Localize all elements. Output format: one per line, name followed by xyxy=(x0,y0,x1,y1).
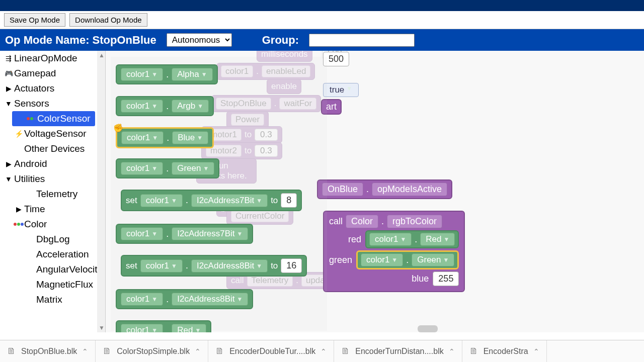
rgbtocolor-block[interactable]: call Color . rgbToColor red color1▼ . Re… xyxy=(323,211,465,292)
block-i2caddress8bit[interactable]: color1 ▼.I2cAddress8Bit ▼ xyxy=(116,289,253,309)
scroll-down-icon[interactable]: ▼ xyxy=(99,324,105,331)
sidebar-item-label: DbgLog xyxy=(36,234,70,245)
sidebar-item-angularvelocity[interactable]: AngularVelocity xyxy=(0,262,105,277)
sidebar-item-label: Telemetry xyxy=(36,189,77,200)
var-dropdown[interactable]: color1 ▼ xyxy=(121,68,163,81)
prop-dropdown[interactable]: Blue ▼ xyxy=(172,131,208,144)
prop-dropdown[interactable]: Green ▼ xyxy=(172,162,214,175)
sidebar-item-magneticflux[interactable]: MagneticFlux xyxy=(0,277,105,292)
sidebar-scrollbar[interactable]: ▲ ▼ xyxy=(97,51,105,332)
sidebar-item-acceleration[interactable]: Acceleration xyxy=(0,247,105,262)
sidebar-item-label: Gamepad xyxy=(14,68,56,79)
sidebar-item-linearopmode[interactable]: ⇶LinearOpMode xyxy=(0,51,105,66)
toolbar: Save Op Mode Download Op Mode xyxy=(0,11,644,29)
prop-dropdown[interactable]: I2cAddress7Bit ▼ xyxy=(172,227,248,240)
prop-dropdown[interactable]: Alpha ▼ xyxy=(172,68,212,81)
sidebar-item-other devices[interactable]: Other Devices xyxy=(0,141,105,156)
rgb-icon xyxy=(26,117,37,120)
sequence-icon: ⇶ xyxy=(3,54,14,62)
sidebar-item-label: Acceleration xyxy=(36,249,89,260)
expand-icon xyxy=(3,160,14,168)
block-red[interactable]: color1 ▼.Red ▼ xyxy=(116,320,211,332)
prop-dropdown[interactable]: I2cAddress7Bit ▼ xyxy=(191,194,268,207)
blue-value-input[interactable]: 255 xyxy=(433,272,459,286)
group-input[interactable] xyxy=(309,34,415,47)
sidebar-item-colorsensor[interactable]: ColorSensor xyxy=(12,111,95,126)
prop-dropdown[interactable]: I2cAddress8Bit ▼ xyxy=(191,259,268,273)
sidebar-item-label: AngularVelocity xyxy=(36,264,102,275)
block-set-i2caddress7bit[interactable]: setcolor1 ▼.I2cAddress7Bit ▼to8 xyxy=(121,190,302,211)
blockly-canvas[interactable]: milliseconds 500 color1 . enableLed enab… xyxy=(106,51,644,332)
sidebar-item-label: Sensors xyxy=(14,98,49,109)
rgb-icon xyxy=(13,223,24,226)
sidebar-item-label: Time xyxy=(24,204,45,215)
value-input[interactable]: 16 xyxy=(281,258,302,273)
block-argb[interactable]: color1 ▼.Argb ▼ xyxy=(116,96,214,116)
prop-dropdown[interactable]: Red ▼ xyxy=(172,324,206,332)
toolbox-flyout: color1 ▼.Alpha ▼color1 ▼.Argb ▼color1 ▼.… xyxy=(111,57,327,331)
block-alpha[interactable]: color1 ▼.Alpha ▼ xyxy=(116,64,218,84)
sidebar-item-time[interactable]: Time xyxy=(0,202,105,217)
sidebar-item-label: LinearOpMode xyxy=(14,53,77,64)
download-button[interactable]: Download Op Mode xyxy=(69,13,147,27)
sidebar-item-label: Color xyxy=(24,219,47,230)
sidebar-item-dbglog[interactable]: DbgLog xyxy=(0,232,105,247)
group-label: Group: xyxy=(262,34,299,47)
var-dropdown[interactable]: color1 ▼ xyxy=(121,324,163,332)
sidebar-item-actuators[interactable]: Actuators xyxy=(0,81,105,96)
expand-icon xyxy=(13,205,24,213)
opmodeisactive-block[interactable]: OnBlue . opModeIsActive xyxy=(317,179,452,199)
var-dropdown[interactable]: color1 ▼ xyxy=(121,131,164,144)
collapse-icon xyxy=(3,100,14,108)
canvas-scrollbar-h[interactable] xyxy=(418,325,438,332)
var-dropdown[interactable]: color1 ▼ xyxy=(121,227,163,240)
sidebar-item-voltagesensor[interactable]: ⚡VoltageSensor xyxy=(0,126,105,141)
collapse-icon xyxy=(3,175,14,183)
prop-dropdown[interactable]: Argb ▼ xyxy=(172,100,209,113)
sidebar-item-utilities[interactable]: Utilities xyxy=(0,171,105,187)
var-dropdown[interactable]: color1 ▼ xyxy=(121,162,163,175)
sidebar-item-label: MagneticFlux xyxy=(36,279,93,290)
scroll-up-icon[interactable]: ▲ xyxy=(99,52,105,59)
opmode-bar: Op Mode Name: StopOnBlue Autonomous Grou… xyxy=(0,29,644,51)
red-slot-block[interactable]: color1▼ . Red▼ xyxy=(365,230,459,248)
sidebar-item-label: Other Devices xyxy=(24,143,85,154)
var-dropdown[interactable]: color1 ▼ xyxy=(140,259,183,273)
sidebar-item-gamepad[interactable]: 🎮Gamepad xyxy=(0,66,105,81)
sidebar-item-label: Actuators xyxy=(14,83,54,94)
bolt-icon: ⚡ xyxy=(13,130,24,138)
sidebar-item-color[interactable]: Color xyxy=(0,217,105,232)
opmode-type-select[interactable]: Autonomous xyxy=(167,33,232,47)
enable-true-value[interactable]: true▼ xyxy=(323,83,359,97)
sidebar-item-android[interactable]: Android xyxy=(0,156,105,171)
sidebar-item-label: Utilities xyxy=(14,173,45,185)
block-set-i2caddress8bit[interactable]: setcolor1 ▼.I2cAddress8Bit ▼to16 xyxy=(121,255,307,277)
sidebar-item-label: Matrix xyxy=(36,294,62,305)
sidebar-item-matrix[interactable]: Matrix xyxy=(0,292,105,307)
var-dropdown[interactable]: color1 ▼ xyxy=(140,194,183,207)
category-sidebar: ⇶LinearOpMode🎮GamepadActuatorsSensorsCol… xyxy=(0,51,106,332)
var-dropdown[interactable]: color1 ▼ xyxy=(121,100,163,113)
var-dropdown[interactable]: color1 ▼ xyxy=(121,293,163,306)
green-slot-block[interactable]: color1▼ . Green▼ xyxy=(356,250,459,269)
block-i2caddress7bit[interactable]: color1 ▼.I2cAddress7Bit ▼ xyxy=(116,224,253,244)
sidebar-item-sensors[interactable]: Sensors xyxy=(0,96,105,111)
block-blue[interactable]: color1 ▼.Blue ▼ xyxy=(116,127,214,148)
save-button[interactable]: Save Op Mode xyxy=(4,13,65,27)
opmode-name-label: Op Mode Name: StopOnBlue xyxy=(5,34,156,47)
value-input[interactable]: 8 xyxy=(281,193,297,208)
expand-icon xyxy=(3,84,14,93)
prop-dropdown[interactable]: I2cAddress8Bit ▼ xyxy=(172,293,248,306)
sidebar-item-label: VoltageSensor xyxy=(24,128,87,139)
header-logo-bar xyxy=(0,0,644,11)
sidebar-item-label: ColorSensor xyxy=(37,113,91,124)
gamepad-icon: 🎮 xyxy=(3,69,14,77)
block-green[interactable]: color1 ▼.Green ▼ xyxy=(116,158,219,178)
sidebar-item-telemetry[interactable]: Telemetry xyxy=(0,187,105,202)
sidebar-item-label: Android xyxy=(14,158,47,169)
